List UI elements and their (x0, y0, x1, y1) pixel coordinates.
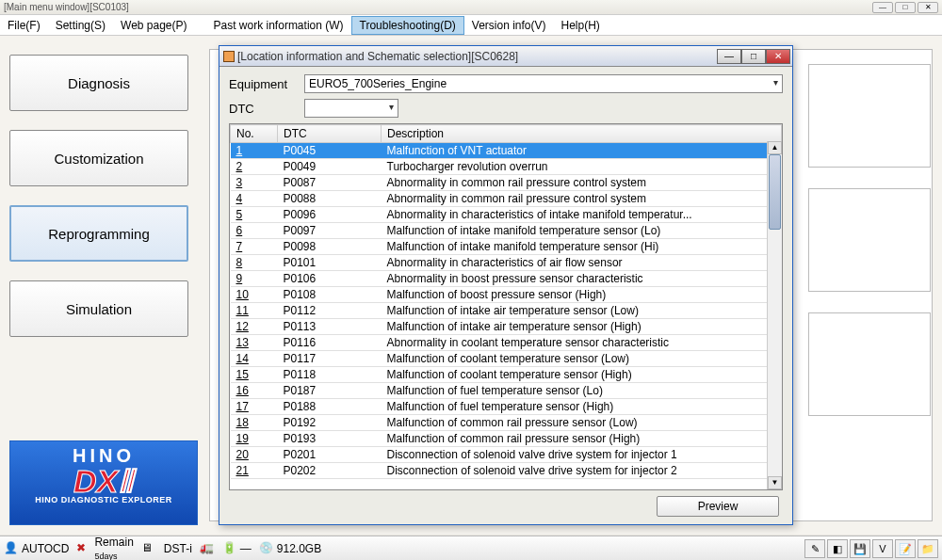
table-row[interactable]: 17P0188Malfunction of fuel temperature s… (231, 399, 782, 415)
maximize-button[interactable]: □ (895, 2, 916, 13)
dialog-title: [Location information and Schematic sele… (237, 50, 518, 63)
dtc-combo[interactable] (304, 99, 398, 118)
scroll-thumb[interactable] (769, 154, 781, 230)
menu-help[interactable]: Help(H) (554, 17, 608, 34)
logo-subtitle: HINO DIAGNOSTIC EXPLORER (14, 495, 193, 504)
remain-icon: ✖ (76, 541, 91, 556)
table-row[interactable]: 20P0201Disconnection of solenoid valve d… (231, 447, 782, 463)
table-row[interactable]: 8P0101Abnormality in characteristics of … (231, 255, 782, 271)
status-disk: 💿912.0GB (259, 541, 321, 556)
table-row[interactable]: 21P0202Disconnection of solenoid valve d… (231, 463, 782, 479)
table-row[interactable]: 3P0087Abnormality in common rail pressur… (231, 175, 782, 191)
right-panel-3 (808, 312, 931, 416)
sidebar-simulation[interactable]: Simulation (9, 280, 188, 337)
tool-save[interactable]: 💾 (850, 539, 870, 558)
scroll-up[interactable]: ▲ (768, 141, 782, 154)
table-scrollbar[interactable]: ▲ ▼ (767, 141, 782, 489)
table-row[interactable]: 19P0193Malfunction of common rail pressu… (231, 431, 782, 447)
table-row[interactable]: 9P0106Abnormality in boost pressure sens… (231, 271, 782, 287)
status-device-icon: 🖥 (141, 541, 156, 556)
table-row[interactable]: 4P0088Abnormality in common rail pressur… (231, 191, 782, 207)
table-row[interactable]: 2P0049Turbocharger revolution overrun (231, 159, 782, 175)
tool-eraser[interactable]: ◧ (827, 539, 848, 558)
status-dst: DST-i (164, 542, 192, 555)
dtc-table-wrap: No. DTC Description 1P0045Malfunction of… (229, 123, 783, 490)
close-button[interactable]: ✕ (918, 2, 938, 13)
menu-pastwork[interactable]: Past work information (W) (206, 17, 351, 34)
menubar: File(F) Setting(S) Web page(P) Past work… (0, 15, 942, 36)
right-panels (808, 64, 931, 437)
table-row[interactable]: 15P0118Malfunction of coolant temperatur… (231, 367, 782, 383)
main-content: Diagnosis Customization Reprogramming Si… (0, 36, 942, 535)
statusbar: 👤 AUTOCD ✖ Remain5days 🖥 DST-i 🚛 🔋— 💿912… (0, 536, 942, 560)
dtc-label: DTC (229, 102, 304, 116)
tool-edit[interactable]: 📝 (895, 539, 916, 558)
main-window-controls: — □ ✕ (872, 2, 938, 13)
dialog-minimize[interactable]: — (717, 49, 741, 64)
menu-version[interactable]: Version info(V) (464, 17, 554, 34)
table-row[interactable]: 6P0097Malfunction of intake manifold tem… (231, 223, 782, 239)
user-icon: 👤 (4, 541, 19, 556)
table-row[interactable]: 18P0192Malfunction of common rail pressu… (231, 415, 782, 431)
status-battery: 🔋— (222, 541, 252, 556)
device-icon: 🖥 (141, 541, 156, 556)
main-titlebar: [Main menu window][SC0103] — □ ✕ (0, 0, 942, 15)
table-row[interactable]: 14P0117Malfunction of coolant temperatur… (231, 351, 782, 367)
table-row[interactable]: 11P0112Malfunction of intake air tempera… (231, 303, 782, 319)
disk-icon: 💿 (259, 541, 274, 556)
battery-icon: 🔋 (222, 541, 237, 556)
equipment-combo[interactable]: EURO5_700Series_Engine (304, 74, 783, 93)
status-truck: 🚛 (200, 541, 215, 556)
logo: HINO DXⅡ HINO DIAGNOSTIC EXPLORER (9, 440, 198, 525)
menu-webpage[interactable]: Web page(P) (113, 17, 194, 34)
right-panel-1 (808, 64, 931, 168)
sidebar-diagnosis[interactable]: Diagnosis (9, 55, 188, 111)
tool-pencil[interactable]: ✎ (804, 539, 825, 558)
col-dtc[interactable]: DTC (278, 125, 382, 143)
sidebar-reprogramming[interactable]: Reprogramming (9, 205, 188, 262)
dialog-titlebar[interactable]: [Location information and Schematic sele… (219, 46, 792, 67)
main-window-title: [Main menu window][SC0103] (4, 2, 129, 12)
scroll-down[interactable]: ▼ (768, 476, 782, 489)
dtc-dialog: [Location information and Schematic sele… (219, 45, 793, 525)
status-toolbar: ✎ ◧ 💾 V 📝 📁 (804, 539, 938, 558)
dtc-table[interactable]: No. DTC Description 1P0045Malfunction of… (230, 124, 782, 479)
table-row[interactable]: 1P0045Malfunction of VNT actuator (231, 143, 782, 159)
table-row[interactable]: 7P0098Malfunction of intake manifold tem… (231, 239, 782, 255)
tool-folder[interactable]: 📁 (918, 539, 938, 558)
table-row[interactable]: 5P0096Abnormality in characteristics of … (231, 207, 782, 223)
status-user: 👤 AUTOCD (4, 541, 69, 556)
table-row[interactable]: 12P0113Malfunction of intake air tempera… (231, 319, 782, 335)
dialog-icon (223, 51, 235, 62)
minimize-button[interactable]: — (872, 2, 893, 13)
truck-icon: 🚛 (200, 541, 215, 556)
right-panel-2 (808, 188, 931, 292)
equipment-label: Equipment (229, 77, 304, 91)
preview-button[interactable]: Preview (657, 496, 779, 517)
sidebar: Diagnosis Customization Reprogramming Si… (9, 55, 198, 356)
sidebar-customization[interactable]: Customization (9, 130, 188, 186)
tool-v[interactable]: V (872, 539, 893, 558)
dialog-maximize[interactable]: □ (741, 49, 766, 64)
table-row[interactable]: 10P0108Malfunction of boost pressure sen… (231, 287, 782, 303)
table-row[interactable]: 13P0116Abnormality in coolant temperatur… (231, 335, 782, 351)
logo-product: DXⅡ (14, 467, 193, 495)
dialog-close[interactable]: ✕ (766, 49, 790, 64)
col-no[interactable]: No. (231, 125, 278, 143)
menu-setting[interactable]: Setting(S) (48, 17, 113, 34)
menu-file[interactable]: File(F) (0, 17, 48, 34)
menu-troubleshooting[interactable]: Troubleshooting(D) (351, 16, 464, 35)
table-row[interactable]: 16P0187Malfunction of fuel temperature s… (231, 383, 782, 399)
status-remain: ✖ Remain5days (76, 536, 133, 561)
col-desc[interactable]: Description (382, 125, 782, 143)
